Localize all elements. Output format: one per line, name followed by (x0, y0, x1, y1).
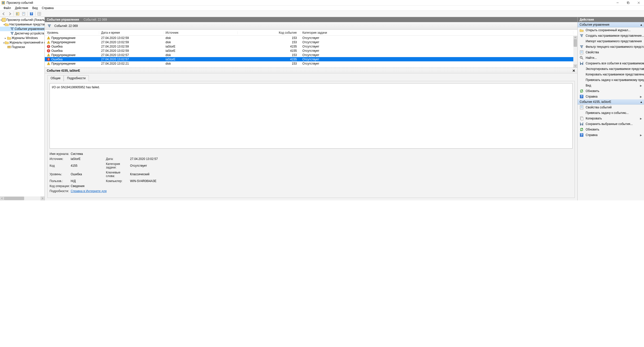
column-header-id[interactable]: Код события (237, 31, 300, 34)
scrollbar-thumb[interactable] (4, 197, 24, 200)
action-item[interactable]: Создать настраиваемое представление... (578, 33, 644, 38)
action-item[interactable]: Копировать настраиваемое представление..… (578, 72, 644, 77)
scroll-up-button[interactable] (573, 36, 577, 39)
events-vertical-scrollbar[interactable] (573, 36, 577, 68)
layout-button[interactable] (36, 11, 42, 17)
minimize-button[interactable] (612, 0, 623, 6)
action-item[interactable]: Копировать▶ (578, 116, 644, 121)
label-date: Дата: (106, 157, 130, 161)
action-item[interactable]: Свойства (578, 50, 644, 55)
scrollbar-thumb[interactable] (574, 39, 577, 47)
table-row[interactable]: Предупреждение27.04.2020 13:02:59disk153… (45, 40, 573, 44)
table-row[interactable]: Ошибка27.04.2020 13:02:59iaStorE4155Отсу… (45, 44, 573, 49)
filter-icon[interactable] (47, 24, 51, 28)
actions-section-1-header[interactable]: События управления ▴ (578, 22, 644, 27)
toolbar-separator (27, 12, 28, 16)
action-item[interactable]: Обновить (578, 127, 644, 132)
action-label: Справка (586, 133, 597, 137)
back-button[interactable] (1, 11, 7, 17)
action-item[interactable]: ?Справка▶ (578, 132, 644, 138)
collapse-icon[interactable]: ▴ (640, 100, 642, 104)
subscription-icon (7, 45, 11, 49)
action-item[interactable]: Импорт настраиваемого представления (578, 38, 644, 44)
label-task-category: Категория задачи: (106, 162, 130, 169)
column-header-category[interactable]: Категория задачи (300, 31, 573, 34)
action-label: Открыть сохраненный журнал... (586, 28, 631, 32)
forward-button[interactable] (7, 11, 13, 17)
action-item[interactable]: Привязать задачу к событию... (578, 110, 644, 116)
tree-label: Журналы приложений и слу (9, 41, 45, 44)
table-row[interactable]: Предупреждение27.04.2020 13:02:21disk153… (45, 61, 573, 66)
menu-action[interactable]: Действие (13, 6, 30, 10)
action-item[interactable]: Открыть сохраненный журнал... (578, 27, 644, 33)
details-help-link[interactable]: Справка в Интернете для (71, 189, 107, 193)
tree-device-manager[interactable]: Диспетчер устройств - Р (0, 31, 45, 36)
action-item[interactable]: Свойства событий (578, 105, 644, 110)
tab-general[interactable]: Общие (47, 75, 64, 81)
filter-icon (580, 45, 584, 49)
menu-view[interactable]: Вид (30, 6, 40, 10)
tree-app-logs[interactable]: ▸ Журналы приложений и слу (0, 40, 45, 45)
actions-section-2-header[interactable]: Событие 4155, iaStorE ▴ (578, 99, 644, 105)
table-row[interactable]: Предупреждение27.04.2020 13:02:57disk153… (45, 53, 573, 57)
cell-source: disk (164, 36, 237, 40)
column-header-level[interactable]: Уровень (45, 31, 99, 34)
action-label: Копировать настраиваемое представление..… (586, 73, 644, 76)
svg-rect-24 (48, 43, 49, 43)
value-computer: WIN-SV4R06I4A3E (130, 179, 165, 183)
tree-horizontal-scrollbar[interactable] (0, 196, 45, 200)
svg-text:?: ? (581, 95, 582, 98)
action-item[interactable]: Сохранить выбранные события... (578, 121, 644, 127)
svg-rect-38 (580, 51, 583, 54)
table-row[interactable]: Ошибка27.04.2020 13:02:59iaStorE4155Отсу… (45, 49, 573, 53)
action-item[interactable]: ?Справка▶ (578, 94, 644, 99)
action-item[interactable]: Найти... (578, 55, 644, 61)
tree-windows-logs[interactable]: ▸ Журналы Windows (0, 36, 45, 40)
close-button[interactable] (633, 0, 644, 6)
action-item[interactable]: Вид▶ (578, 83, 644, 88)
cell-category: Отсутствует (300, 58, 573, 61)
scroll-left-button[interactable] (0, 196, 4, 200)
tree-subscriptions[interactable]: Подписки (0, 45, 45, 49)
action-item[interactable]: Фильтр текущего настраиваемого представл… (578, 44, 644, 50)
table-row[interactable]: Ошибка27.04.2020 13:02:57iaStorE4155Отсу… (45, 57, 573, 61)
cell-date: 27.04.2020 13:02:59 (99, 40, 164, 44)
scrollbar-track[interactable] (4, 196, 41, 200)
expand-icon[interactable]: ▸ (4, 37, 7, 39)
svg-rect-36 (48, 63, 49, 64)
svg-rect-34 (48, 58, 49, 60)
value-user: Н/Д (71, 179, 106, 183)
column-header-date[interactable]: Дата и время (99, 31, 164, 34)
scroll-down-button[interactable] (573, 64, 577, 68)
cell-category: Отсутствует (300, 45, 573, 48)
svg-rect-46 (581, 64, 582, 65)
scroll-right-button[interactable] (41, 196, 45, 200)
folder-icon (5, 22, 9, 26)
action-item[interactable]: Обновить (578, 88, 644, 94)
tree-custom-views[interactable]: ▾ Настраиваемые представлен (0, 22, 45, 27)
svg-rect-35 (48, 60, 49, 60)
detail-close-button[interactable]: ✕ (572, 69, 575, 73)
tree-admin-events[interactable]: События управления (0, 27, 45, 31)
tab-details[interactable]: Подробности (64, 75, 89, 81)
show-tree-button[interactable] (15, 11, 20, 17)
tree-root[interactable]: ▾ Просмотр событий (Локальный) (0, 18, 45, 22)
properties-button[interactable] (21, 11, 26, 17)
menu-file[interactable]: Файл (2, 6, 13, 10)
svg-rect-3 (2, 3, 4, 4)
chevron-right-icon: ▶ (640, 134, 642, 137)
refresh-icon (580, 89, 584, 93)
maximize-button[interactable] (623, 0, 633, 6)
action-item[interactable]: Сохранить все события в настраиваемом пр… (578, 61, 644, 66)
action-item[interactable]: Экспортировать настраиваемое представлен… (578, 66, 644, 72)
svg-rect-37 (48, 64, 49, 65)
cell-source: disk (164, 53, 237, 57)
menu-help[interactable]: Справка (40, 6, 56, 10)
help-button[interactable]: ? (29, 11, 34, 17)
column-header-source[interactable]: Источник (164, 31, 237, 34)
action-label: Привязать задачу к настраиваемому предст… (586, 78, 644, 82)
collapse-icon[interactable]: ▴ (640, 23, 642, 26)
cell-date: 27.04.2020 13:02:59 (99, 49, 164, 53)
table-row[interactable]: Предупреждение27.04.2020 13:02:59disk153… (45, 36, 573, 40)
action-item[interactable]: Привязать задачу к настраиваемому предст… (578, 77, 644, 83)
